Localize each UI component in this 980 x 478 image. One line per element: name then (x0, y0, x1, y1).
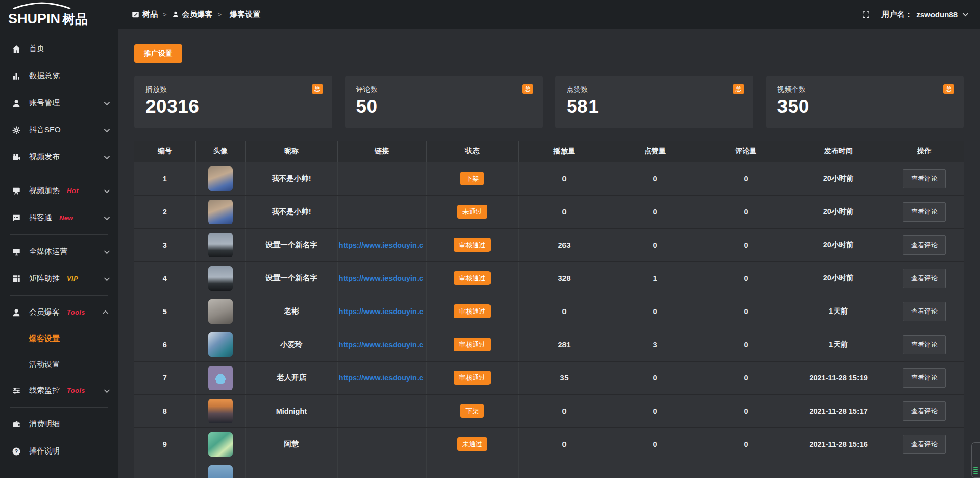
sidebar-item-video-heat[interactable]: 视频加热 Hot (0, 177, 118, 204)
user-menu[interactable]: 用户名：zswodun88 (881, 10, 967, 19)
cell-id: 6 (134, 328, 195, 361)
table-row: 8 Midnight 下架 0 0 0 2021-11-28 15:17 查看评… (134, 394, 964, 427)
col-header-action: 操作 (885, 141, 964, 162)
cell-nickname: 阿慧 (246, 427, 337, 461)
stat-card-videos: 视频个数 350 总 (766, 76, 964, 128)
bar-chart-icon (11, 71, 21, 81)
sidebar-subitem-label: 活动设置 (29, 360, 60, 369)
sidebar-item-label: 抖音SEO (29, 125, 61, 135)
view-comments-button[interactable]: 查看评论 (903, 302, 946, 321)
sidebar-item-matrix-boost[interactable]: 矩阵助推 VIP (0, 265, 118, 292)
cell-likes: 0 (610, 394, 700, 427)
sidebar-item-label: 全媒体运营 (29, 247, 67, 256)
sidebar-item-label: 线索监控 (29, 386, 60, 395)
stat-value: 20316 (145, 96, 321, 117)
video-link[interactable]: https://www.iesdouyin.c (338, 241, 426, 249)
stat-label: 点赞数 (567, 85, 742, 94)
sidebar-item-video-publish[interactable]: 视频发布 (0, 144, 118, 171)
chevron-up-icon (103, 310, 108, 316)
view-comments-button[interactable]: 查看评论 (903, 169, 946, 188)
sidebar-item-label: 首页 (29, 44, 44, 54)
breadcrumb-item-shupin[interactable]: 树品 (132, 10, 158, 19)
sidebar-item-data-overview[interactable]: 数据总览 (0, 62, 118, 89)
topbar-right: 用户名：zswodun88 (862, 10, 967, 19)
topbar: 树品 > 会员爆客 > 爆客设置 用户名： (118, 0, 980, 29)
video-link[interactable]: https://www.iesdouyin.c (338, 274, 426, 282)
chevron-down-icon (104, 387, 110, 392)
avatar (208, 366, 233, 390)
sidebar-item-label: 抖客通 (29, 213, 52, 223)
view-comments-button[interactable]: 查看评论 (903, 269, 946, 288)
view-comments-button[interactable]: 查看评论 (903, 368, 946, 388)
col-header-nickname: 昵称 (246, 141, 337, 162)
cell-time: 2021-11-28 15:19 (792, 361, 885, 394)
screen-icon (11, 186, 21, 196)
cell-likes: 0 (610, 295, 700, 328)
stat-label: 播放数 (145, 85, 321, 94)
app-logo: SHUPIN树品 (0, 0, 118, 29)
chevron-down-icon (104, 214, 110, 220)
view-comments-button[interactable]: 查看评论 (903, 335, 946, 354)
cell-likes: 1 (610, 261, 700, 295)
table-header-row: 编号 头像 昵称 链接 状态 播放量 点赞量 评论量 发布时间 操作 (134, 141, 964, 162)
view-comments-button[interactable]: 查看评论 (903, 235, 946, 255)
sidebar-item-clue-monitor[interactable]: 线索监控 Tools (0, 377, 118, 404)
cell-time: 1天前 (792, 328, 885, 361)
cell-likes: 0 (610, 361, 700, 394)
cell-plays: 263 (518, 228, 610, 261)
hot-badge: Hot (67, 187, 79, 195)
cell-nickname: 设置一个新名字 (246, 228, 337, 261)
fullscreen-icon[interactable] (862, 10, 870, 19)
videos-table-wrap: 编号 头像 昵称 链接 状态 播放量 点赞量 评论量 发布时间 操作 (134, 141, 964, 478)
cell-comments: 0 (700, 427, 792, 461)
video-link[interactable]: https://www.iesdouyin.c (338, 374, 426, 382)
chevron-down-icon (104, 126, 110, 132)
video-link[interactable]: https://www.iesdouyin.c (338, 341, 426, 349)
stat-label: 视频个数 (777, 85, 953, 94)
chevron-down-icon (963, 11, 968, 16)
sidebar-item-media-ops[interactable]: 全媒体运营 (0, 238, 118, 265)
video-link[interactable]: https://www.iesdouyin.c (338, 307, 426, 316)
cell-nickname: 我不是小帅! (246, 195, 337, 228)
sidebar-item-home[interactable]: 首页 (0, 35, 118, 62)
user-icon (11, 98, 21, 108)
green-bars-icon (973, 466, 978, 474)
cell-time: 20小时前 (792, 195, 885, 228)
breadcrumb-item-member-baoke[interactable]: 会员爆客 (172, 10, 213, 19)
sidebar-item-douketong[interactable]: 抖客通 New (0, 204, 118, 231)
view-comments-button[interactable]: 查看评论 (903, 401, 946, 421)
sidebar-item-douyin-seo[interactable]: 抖音SEO (0, 116, 118, 144)
view-comments-button[interactable]: 查看评论 (903, 202, 946, 222)
video-camera-icon (11, 152, 21, 162)
cell-plays: 328 (518, 261, 610, 295)
sidebar-item-member-baoke[interactable]: 会员爆客 Tools (0, 299, 118, 326)
promo-settings-button[interactable]: 推广设置 (134, 44, 182, 63)
stat-value: 350 (777, 96, 953, 117)
avatar (208, 332, 233, 357)
status-badge: 未通过 (457, 437, 487, 451)
cell-plays: 0 (518, 162, 610, 195)
sidebar-item-help[interactable]: ? 操作说明 (0, 438, 118, 465)
stat-value: 50 (356, 96, 532, 117)
sidebar-item-account[interactable]: 账号管理 (0, 89, 118, 116)
gear-icon (11, 125, 21, 135)
cell-plays: 0 (518, 295, 610, 328)
vip-badge: VIP (67, 275, 78, 282)
cell-plays: 0 (518, 394, 610, 427)
cell-time: 2021-11-28 15:17 (792, 394, 885, 427)
col-header-status: 状态 (426, 141, 518, 162)
table-row: 2 我不是小帅! 未通过 0 0 0 20小时前 查看评论 (134, 195, 964, 228)
chevron-down-icon (104, 248, 110, 253)
floating-widget[interactable] (971, 442, 980, 478)
status-badge: 审核通过 (454, 338, 491, 351)
cell-id: 3 (134, 228, 195, 261)
tools-badge: Tools (67, 387, 85, 394)
user-icon (172, 11, 179, 18)
sidebar-item-consume-detail[interactable]: 消费明细 (0, 411, 118, 438)
sidebar-subitem-baoke-settings[interactable]: 爆客设置 (0, 326, 118, 351)
avatar (208, 200, 233, 224)
cell-likes: 0 (610, 195, 700, 228)
app-window: SHUPIN树品 首页 数据总览 账号管理 (0, 0, 980, 478)
view-comments-button[interactable]: 查看评论 (903, 435, 946, 454)
sidebar-subitem-activity-settings[interactable]: 活动设置 (0, 351, 118, 377)
